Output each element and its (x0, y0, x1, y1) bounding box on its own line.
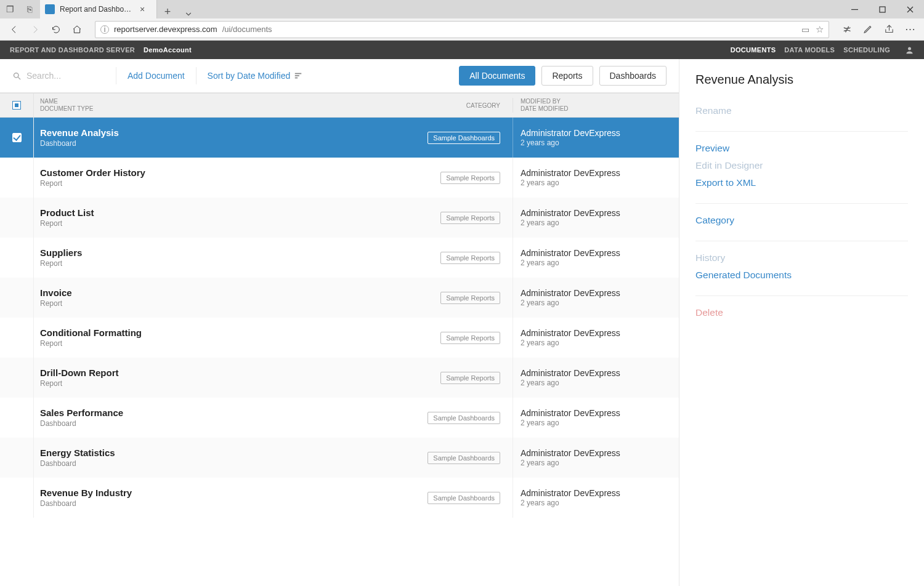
user-icon[interactable] (905, 46, 914, 55)
history-link[interactable]: History (695, 252, 908, 263)
table-row[interactable]: Customer Order HistoryReportSample Repor… (0, 158, 679, 198)
refresh-button[interactable] (47, 20, 65, 39)
row-name-cell[interactable]: Revenue By IndustryDashboardSample Dashb… (34, 478, 513, 518)
row-name-cell[interactable]: Energy StatisticsDashboardSample Dashboa… (34, 438, 513, 478)
table-row[interactable]: Sales PerformanceDashboardSample Dashboa… (0, 398, 679, 438)
add-document-button[interactable]: Add Document (128, 71, 185, 81)
account-name[interactable]: DemoAccount (144, 46, 192, 54)
row-name-cell[interactable]: Conditional FormattingReportSample Repor… (34, 318, 513, 358)
sys-icon-overlap[interactable]: ❐ (0, 0, 20, 18)
category-badge[interactable]: Sample Reports (440, 332, 500, 344)
document-type: Dashboard (40, 139, 119, 148)
row-checkbox-cell[interactable] (0, 318, 34, 358)
row-name-cell[interactable]: SuppliersReportSample Reports (34, 238, 513, 278)
address-bar[interactable]: i reportserver.devexpress.com/ui/documen… (95, 21, 829, 38)
edit-in-designer-link[interactable]: Edit in Designer (695, 160, 908, 171)
close-tab-icon[interactable]: × (140, 4, 145, 14)
window-maximize-button[interactable] (869, 0, 896, 18)
row-name-cell[interactable]: Customer Order HistoryReportSample Repor… (34, 158, 513, 198)
modified-date: 2 years ago (521, 339, 679, 347)
forward-button[interactable] (26, 20, 44, 39)
window-minimize-button[interactable] (841, 0, 869, 18)
category-badge[interactable]: Sample Reports (440, 372, 500, 384)
reading-view-icon[interactable]: ▭ (801, 25, 809, 34)
nav-documents[interactable]: DOCUMENTS (731, 46, 776, 54)
more-icon[interactable]: ⋯ (901, 20, 919, 39)
favorite-icon[interactable]: ☆ (816, 24, 824, 35)
row-checkbox-cell[interactable] (0, 158, 34, 198)
document-name: Invoice (40, 287, 72, 298)
row-checkbox-cell[interactable] (0, 438, 34, 478)
favorites-list-icon[interactable]: ≭ (838, 20, 856, 39)
back-button[interactable] (5, 20, 23, 39)
nav-scheduling[interactable]: SCHEDULING (843, 46, 890, 54)
new-tab-button[interactable]: + (157, 6, 178, 18)
browser-nav-bar: i reportserver.devexpress.com/ui/documen… (0, 18, 924, 41)
filter-all-documents[interactable]: All Documents (459, 66, 535, 86)
table-row[interactable]: Conditional FormattingReportSample Repor… (0, 318, 679, 358)
table-row[interactable]: Product ListReportSample ReportsAdminist… (0, 198, 679, 238)
divider (116, 67, 116, 84)
category-badge[interactable]: Sample Dashboards (428, 452, 500, 464)
table-row[interactable]: SuppliersReportSample ReportsAdministrat… (0, 238, 679, 278)
row-name-cell[interactable]: Product ListReportSample Reports (34, 198, 513, 238)
row-checkbox-cell[interactable] (0, 278, 34, 318)
row-checkbox-cell[interactable] (0, 198, 34, 238)
table-row[interactable]: Drill-Down ReportReportSample ReportsAdm… (0, 358, 679, 398)
home-button[interactable] (68, 20, 86, 39)
preview-link[interactable]: Preview (695, 143, 908, 154)
nav-data-models[interactable]: DATA MODELS (784, 46, 835, 54)
category-badge[interactable]: Sample Dashboards (428, 412, 500, 424)
table-row[interactable]: Revenue By IndustryDashboardSample Dashb… (0, 478, 679, 518)
table-row[interactable]: Energy StatisticsDashboardSample Dashboa… (0, 438, 679, 478)
documents-list[interactable]: Revenue AnalysisDashboardSample Dashboar… (0, 118, 679, 586)
row-checkbox-cell[interactable] (0, 238, 34, 278)
row-name-cell[interactable]: InvoiceReportSample Reports (34, 278, 513, 318)
rename-link[interactable]: Rename (695, 105, 908, 116)
browser-tab[interactable]: Report and Dashboard S × (40, 0, 157, 18)
row-name-cell[interactable]: Drill-Down ReportReportSample Reports (34, 358, 513, 398)
tab-overflow-icon[interactable] (178, 10, 199, 18)
row-modified-cell: Administrator DevExpress2 years ago (513, 318, 679, 358)
row-name-cell[interactable]: Revenue AnalysisDashboardSample Dashboar… (34, 118, 513, 158)
search-box[interactable] (12, 71, 105, 81)
row-checkbox[interactable] (12, 133, 22, 142)
row-modified-cell: Administrator DevExpress2 years ago (513, 198, 679, 238)
header-category[interactable]: CATEGORY (439, 102, 513, 109)
header-name[interactable]: NAME DOCUMENT TYPE (34, 98, 439, 113)
window-close-button[interactable] (896, 0, 924, 18)
category-badge[interactable]: Sample Reports (440, 212, 500, 224)
document-type: Report (40, 259, 82, 268)
site-info-icon[interactable]: i (100, 25, 109, 34)
svg-rect-8 (295, 75, 299, 76)
row-modified-cell: Administrator DevExpress2 years ago (513, 398, 679, 438)
generated-documents-link[interactable]: Generated Documents (695, 270, 908, 281)
table-row[interactable]: InvoiceReportSample ReportsAdministrator… (0, 278, 679, 318)
row-checkbox-cell[interactable] (0, 118, 34, 158)
document-name: Energy Statistics (40, 448, 115, 458)
category-badge[interactable]: Sample Dashboards (428, 132, 500, 144)
category-badge[interactable]: Sample Reports (440, 292, 500, 304)
category-badge[interactable]: Sample Dashboards (428, 492, 500, 504)
sort-button[interactable]: Sort by Date Modified (208, 71, 303, 81)
row-checkbox-cell[interactable] (0, 358, 34, 398)
row-name-cell[interactable]: Sales PerformanceDashboardSample Dashboa… (34, 398, 513, 438)
category-link[interactable]: Category (695, 215, 908, 226)
table-row[interactable]: Revenue AnalysisDashboardSample Dashboar… (0, 118, 679, 158)
filter-reports[interactable]: Reports (541, 66, 593, 86)
share-icon[interactable] (880, 20, 898, 39)
select-all-column[interactable] (0, 94, 34, 117)
filter-dashboards[interactable]: Dashboards (599, 66, 667, 86)
row-checkbox-cell[interactable] (0, 478, 34, 518)
header-modified[interactable]: MODIFIED BY DATE MODIFIED (513, 98, 679, 113)
export-xml-link[interactable]: Export to XML (695, 177, 908, 188)
delete-link[interactable]: Delete (695, 307, 908, 318)
app-title: REPORT AND DASHBOARD SERVER (10, 46, 135, 54)
category-badge[interactable]: Sample Reports (440, 172, 500, 184)
sys-icon-recent[interactable]: ⎘ (20, 0, 39, 18)
row-checkbox-cell[interactable] (0, 398, 34, 438)
select-all-checkbox[interactable] (12, 101, 21, 110)
notes-icon[interactable] (859, 20, 877, 39)
category-badge[interactable]: Sample Reports (440, 252, 500, 264)
search-input[interactable] (26, 71, 88, 81)
